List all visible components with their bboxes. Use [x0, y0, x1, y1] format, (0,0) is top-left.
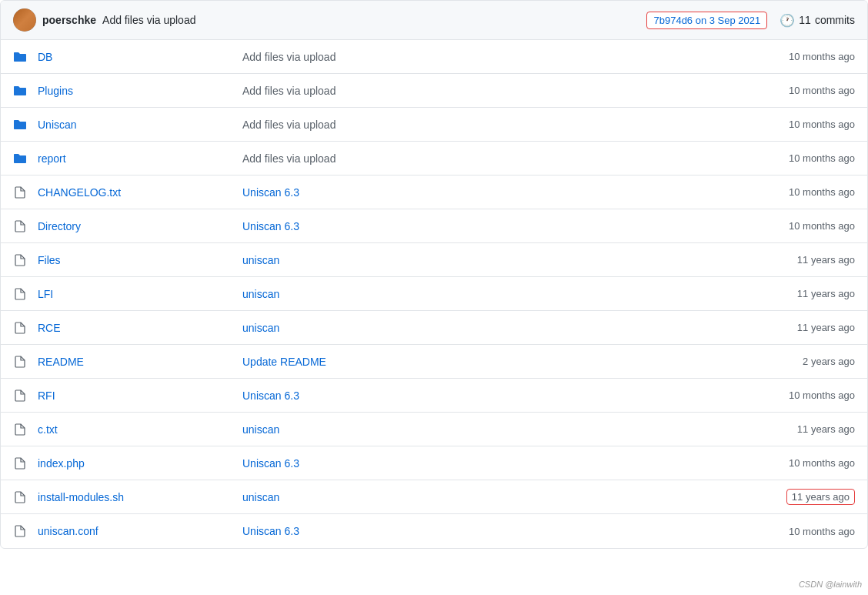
time-label: 10 months ago [789, 526, 855, 537]
file-icon [13, 389, 27, 402]
file-icon [13, 356, 27, 368]
time-label: 10 months ago [789, 51, 855, 62]
commit-message-link[interactable]: uniscan [242, 322, 279, 334]
time-label: 10 months ago [789, 457, 855, 469]
commit-message-link[interactable]: uniscan [242, 254, 279, 266]
time-label: 10 months ago [789, 186, 855, 198]
commit-message-link[interactable]: Uniscan 6.3 [242, 389, 299, 402]
file-name-link[interactable]: Plugins [38, 85, 73, 97]
file-name-link[interactable]: Uniscan [38, 119, 77, 131]
table-row: reportAdd files via upload10 months ago [1, 142, 867, 175]
table-row: PluginsAdd files via upload10 months ago [1, 74, 867, 108]
commit-info-right: 7b974d6 on 3 Sep 2021 🕐 11 commits [646, 12, 855, 29]
file-name-link[interactable]: CHANGELOG.txt [38, 186, 121, 199]
table-row: READMEUpdate README2 years ago [1, 345, 867, 379]
file-icon [13, 491, 27, 503]
time-label: 11 years ago [797, 254, 855, 266]
file-name-link[interactable]: Directory [38, 220, 81, 232]
commit-header: poerschke Add files via upload 7b974d6 o… [1, 1, 867, 40]
table-row: c.txtuniscan11 years ago [1, 413, 867, 446]
file-icon [13, 288, 27, 300]
commit-message-link[interactable]: Update README [242, 356, 326, 368]
time-label: 10 months ago [789, 85, 855, 96]
file-name-link[interactable]: Files [38, 254, 61, 266]
time-label: 11 years ago [797, 288, 855, 299]
file-name-link[interactable]: index.php [38, 457, 85, 470]
commit-message-text: Add files via upload [242, 152, 336, 165]
commit-message-link[interactable]: Uniscan 6.3 [242, 220, 299, 232]
file-icon [13, 457, 27, 470]
file-name-link[interactable]: RCE [38, 322, 61, 334]
commits-history-link[interactable]: 🕐 11 commits [780, 13, 855, 28]
time-label: 10 months ago [789, 389, 855, 401]
time-label: 11 years ago [797, 322, 855, 333]
repo-file-browser: poerschke Add files via upload 7b974d6 o… [0, 0, 868, 549]
table-row: CHANGELOG.txtUniscan 6.310 months ago [1, 175, 867, 209]
time-label: 10 months ago [789, 152, 855, 164]
folder-icon [13, 51, 27, 63]
file-icon [13, 220, 27, 232]
commit-info-left: poerschke Add files via upload [13, 8, 195, 32]
commit-message: Add files via upload [102, 14, 195, 26]
table-row: RCEuniscan11 years ago [1, 311, 867, 345]
file-icon [13, 525, 27, 537]
folder-icon [13, 119, 27, 131]
file-icon [13, 322, 27, 334]
file-name-link[interactable]: DB [38, 51, 52, 63]
commit-message-link[interactable]: uniscan [242, 491, 279, 503]
table-row: RFIUniscan 6.310 months ago [1, 379, 867, 413]
commit-message-link[interactable]: uniscan [242, 423, 279, 436]
table-row: install-modules.shuniscan11 years ago [1, 480, 867, 514]
folder-icon [13, 152, 27, 165]
commit-message-text: Add files via upload [242, 85, 336, 97]
commit-message-link[interactable]: Uniscan 6.3 [242, 457, 299, 470]
file-name-link[interactable]: uniscan.conf [38, 525, 98, 537]
file-icon [13, 254, 27, 266]
file-icon [13, 186, 27, 199]
time-highlighted: 11 years ago [786, 489, 855, 505]
table-row: index.phpUniscan 6.310 months ago [1, 446, 867, 480]
commit-message-text: Add files via upload [242, 119, 336, 131]
table-row: Filesuniscan11 years ago [1, 243, 867, 277]
file-name-link[interactable]: RFI [38, 389, 55, 402]
file-list: DBAdd files via upload10 months ago Plug… [1, 40, 867, 548]
commits-label: commits [815, 14, 855, 26]
commits-count: 11 [799, 14, 811, 26]
commit-message-link[interactable]: uniscan [242, 288, 279, 300]
file-name-link[interactable]: README [38, 356, 84, 368]
time-label: 11 years ago [797, 423, 855, 435]
table-row: UniscanAdd files via upload10 months ago [1, 108, 867, 142]
file-name-link[interactable]: c.txt [38, 423, 58, 436]
time-label: 10 months ago [789, 119, 855, 130]
folder-icon [13, 85, 27, 97]
commit-message-link[interactable]: Uniscan 6.3 [242, 186, 299, 199]
table-row: DirectoryUniscan 6.310 months ago [1, 209, 867, 243]
commit-hash-link[interactable]: 7b974d6 on 3 Sep 2021 [646, 12, 767, 29]
history-icon: 🕐 [780, 13, 795, 28]
commit-author[interactable]: poerschke [42, 14, 96, 26]
commit-message-link[interactable]: Uniscan 6.3 [242, 525, 299, 537]
file-icon [13, 423, 27, 436]
table-row: DBAdd files via upload10 months ago [1, 40, 867, 74]
file-name-link[interactable]: install-modules.sh [38, 491, 124, 503]
table-row: LFIuniscan11 years ago [1, 277, 867, 311]
file-name-link[interactable]: LFI [38, 288, 53, 300]
table-row: uniscan.confUniscan 6.310 months ago [1, 514, 867, 548]
commit-message-text: Add files via upload [242, 51, 336, 63]
file-name-link[interactable]: report [38, 152, 66, 165]
time-label: 10 months ago [789, 220, 855, 232]
time-label: 2 years ago [803, 356, 855, 367]
avatar [13, 8, 36, 32]
